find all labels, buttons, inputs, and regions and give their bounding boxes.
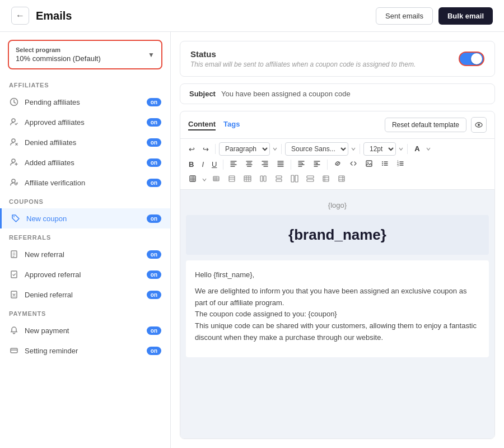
font-select[interactable]: Source Sans...	[285, 142, 348, 156]
email-brand-section: {brand_name}	[186, 215, 489, 255]
svg-rect-32	[323, 176, 329, 181]
underline-button[interactable]: U	[209, 158, 220, 170]
svg-text:3.: 3.	[397, 164, 399, 167]
svg-point-3	[12, 159, 15, 162]
table-op3-button[interactable]	[241, 173, 254, 186]
sidebar-item-denied-referral[interactable]: Denied referral on	[0, 284, 170, 305]
sidebar-item-new-payment[interactable]: New payment on	[0, 320, 170, 340]
status-row: Status This email will be sent to affili…	[180, 41, 495, 77]
svg-rect-21	[213, 176, 219, 181]
font-color-button[interactable]: A	[411, 143, 423, 155]
credit-card-icon	[9, 346, 19, 356]
svg-rect-27	[276, 179, 282, 181]
indent-button[interactable]	[295, 158, 308, 171]
divider-3	[360, 144, 360, 154]
svg-rect-30	[307, 176, 314, 178]
denied-affiliates-badge: on	[147, 138, 161, 147]
email-greeting: Hello {first_name},	[195, 269, 480, 281]
bulk-email-button[interactable]: Bulk email	[438, 7, 493, 25]
sidebar-item-approved-referral[interactable]: Approved referral on	[0, 264, 170, 284]
added-affiliates-badge: on	[147, 158, 161, 167]
code-button[interactable]	[347, 158, 360, 171]
subject-value[interactable]: You have been assigned a coupon code	[221, 90, 351, 98]
justify-button[interactable]	[274, 158, 287, 171]
denied-affiliates-label: Denied affiliates	[25, 138, 141, 147]
email-body[interactable]: Hello {first_name}, We are delighted to …	[186, 260, 489, 357]
svg-rect-22	[229, 176, 235, 181]
user-check-icon	[9, 117, 19, 127]
align-left-button[interactable]	[227, 158, 240, 171]
svg-rect-25	[264, 176, 266, 181]
tab-content[interactable]: Content	[188, 120, 216, 130]
paragraph-arrow-icon	[272, 146, 278, 152]
size-arrow-icon	[398, 146, 404, 152]
select-program-dropdown[interactable]: Select program 10% commission (Default) …	[8, 40, 162, 69]
new-coupon-label: New coupon	[26, 214, 141, 223]
undo-button[interactable]: ↩	[186, 143, 198, 155]
svg-rect-24	[260, 176, 263, 181]
format-row-3	[186, 173, 489, 186]
svg-rect-31	[307, 179, 314, 181]
outdent-button[interactable]	[310, 158, 324, 171]
table-op8-button[interactable]	[319, 173, 333, 186]
numbered-list-button[interactable]: 1.2.3.	[394, 158, 407, 171]
sidebar-item-affiliate-verification[interactable]: Affiliate verification on	[0, 172, 170, 193]
table-op5-button[interactable]	[272, 173, 286, 186]
back-button[interactable]: ←	[11, 7, 29, 25]
redo-button[interactable]: ↪	[200, 143, 212, 155]
svg-rect-26	[276, 176, 282, 178]
new-coupon-badge: on	[147, 214, 161, 223]
pending-affiliates-badge: on	[147, 98, 161, 106]
editor-card: Content Tags Reset default template ↩	[180, 111, 495, 439]
svg-point-13	[367, 162, 368, 163]
page-title: Emails	[36, 10, 72, 22]
preview-button[interactable]	[471, 117, 487, 133]
subject-label: Subject	[189, 90, 216, 98]
sidebar-item-new-coupon[interactable]: New coupon on	[0, 208, 170, 228]
status-toggle[interactable]	[459, 52, 484, 66]
bullet-list-button[interactable]	[378, 158, 391, 171]
right-panel: Status This email will be sent to affili…	[171, 32, 504, 448]
table-op4-button[interactable]	[256, 173, 270, 186]
sidebar-item-approved-affiliates[interactable]: Approved affiliates on	[0, 112, 170, 132]
size-select[interactable]: 12pt	[363, 142, 396, 156]
approved-referral-badge: on	[147, 270, 161, 279]
sidebar-item-denied-affiliates[interactable]: Denied affiliates on	[0, 132, 170, 152]
editor-content[interactable]: {logo} {brand_name} Hello {first_name}, …	[180, 190, 494, 438]
bold-button[interactable]: B	[186, 158, 197, 170]
table-op9-button[interactable]	[335, 173, 348, 186]
setting-reminder-label: Setting reminder	[25, 347, 141, 355]
header-right: Sent emails Bulk email	[376, 7, 493, 25]
tab-tags[interactable]: Tags	[223, 120, 240, 130]
sidebar-item-added-affiliates[interactable]: Added affiliates on	[0, 152, 170, 172]
sidebar-item-pending-affiliates[interactable]: Pending affiliates on	[0, 92, 170, 112]
svg-point-14	[382, 161, 383, 162]
table-button[interactable]	[186, 173, 199, 186]
email-preview: {logo} {brand_name} Hello {first_name}, …	[180, 190, 494, 438]
dropdown-arrow-icon: ▼	[148, 51, 155, 59]
image-button[interactable]	[362, 158, 376, 171]
new-payment-label: New payment	[25, 326, 141, 335]
table-op7-button[interactable]	[304, 173, 317, 186]
paragraph-select[interactable]: Paragraph	[219, 142, 270, 156]
header: ← Emails Sent emails Bulk email	[0, 0, 504, 32]
pending-affiliates-label: Pending affiliates	[25, 98, 141, 106]
email-brand-name: {brand_name}	[197, 226, 478, 244]
sidebar: Select program 10% commission (Default) …	[0, 32, 171, 448]
align-right-button[interactable]	[258, 158, 272, 171]
link-button[interactable]	[331, 158, 344, 171]
table-op2-button[interactable]	[225, 173, 239, 186]
sent-emails-button[interactable]: Sent emails	[376, 7, 433, 25]
editor-actions: Reset default template	[385, 117, 487, 133]
table-op6-button[interactable]	[288, 173, 301, 186]
email-logo-placeholder: {logo}	[180, 190, 494, 215]
file-check-icon	[9, 269, 19, 279]
svg-rect-7	[11, 271, 17, 278]
sidebar-item-setting-reminder[interactable]: Setting reminder on	[0, 340, 170, 361]
align-center-button[interactable]	[242, 158, 256, 171]
user-plus-icon	[9, 157, 19, 167]
reset-template-button[interactable]: Reset default template	[385, 118, 466, 132]
table-op1-button[interactable]	[209, 173, 223, 186]
italic-button[interactable]: I	[199, 158, 207, 170]
sidebar-item-new-referral[interactable]: New referral on	[0, 244, 170, 264]
